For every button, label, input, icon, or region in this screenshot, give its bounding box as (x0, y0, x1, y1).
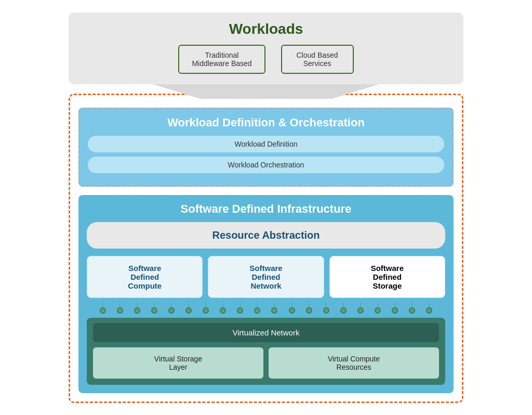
workload-box-middleware: TraditionalMiddleware Based (178, 45, 265, 74)
connector-2 (117, 302, 123, 314)
virtual-compute-box: Virtual ComputeResources (269, 347, 439, 379)
sdi-section: Software Defined Infrastructure Resource… (78, 195, 454, 393)
connector-dots-row (89, 298, 443, 318)
workloads-section: Workloads TraditionalMiddleware Based Cl… (69, 12, 463, 84)
sd-compute-box: SoftwareDefinedCompute (87, 256, 203, 298)
connector-18 (392, 302, 398, 314)
virtualized-network: Virtualized Network (93, 323, 439, 342)
diagram-container: Workloads TraditionalMiddleware Based Cl… (63, 7, 469, 408)
connector-19 (409, 302, 415, 314)
connector-17 (375, 302, 381, 314)
infra-bottom: Virtualized Network Virtual StorageLayer… (87, 318, 445, 385)
resource-abstraction: Resource Abstraction (87, 222, 445, 249)
connector-1 (100, 302, 106, 314)
sd-boxes: SoftwareDefinedCompute SoftwareDefinedNe… (87, 256, 445, 298)
workload-box-cloud: Cloud BasedServices (281, 45, 354, 74)
connector-4 (151, 302, 157, 314)
virtual-storage-box: Virtual StorageLayer (93, 347, 263, 379)
sd-storage-box: SoftwareDefinedStorage (329, 256, 445, 298)
wdo-title: Workload Definition & Orchestration (88, 116, 444, 129)
virtual-bottom-row: Virtual StorageLayer Virtual ComputeReso… (93, 347, 439, 379)
svg-marker-0 (150, 83, 382, 99)
connector-20 (426, 302, 432, 314)
connector-8 (220, 302, 226, 314)
connector-7 (203, 302, 209, 314)
connector-11 (271, 302, 277, 314)
workload-definition-bar: Workload Definition (88, 136, 444, 152)
connector-12 (289, 302, 295, 314)
sd-network-box: SoftwareDefinedNetwork (208, 256, 324, 298)
connector-14 (323, 302, 329, 314)
connector-3 (134, 302, 140, 314)
connector-5 (168, 302, 175, 314)
connector-9 (237, 302, 243, 314)
workloads-boxes: TraditionalMiddleware Based Cloud BasedS… (79, 45, 453, 74)
connector-10 (254, 302, 260, 314)
funnel-connector (69, 83, 463, 99)
sdi-title: Software Defined Infrastructure (87, 202, 445, 216)
workload-orchestration-bar: Workload Orchestration (88, 157, 444, 173)
connector-16 (357, 302, 364, 314)
connector-6 (185, 302, 192, 314)
connector-13 (306, 302, 312, 314)
connector-15 (340, 302, 347, 314)
outer-dashed-container: Workload Definition & Orchestration Work… (69, 94, 463, 403)
workloads-title: Workloads (79, 21, 453, 37)
wdo-section: Workload Definition & Orchestration Work… (78, 108, 454, 187)
